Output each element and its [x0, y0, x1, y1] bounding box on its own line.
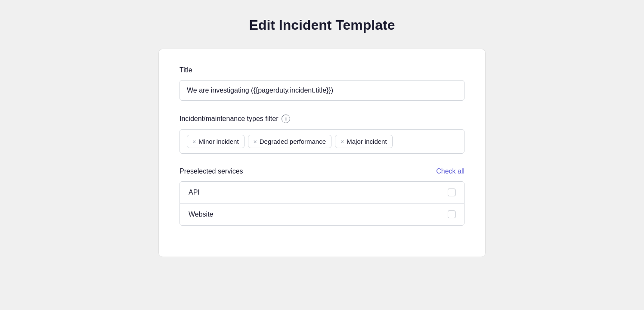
tag-remove-degraded[interactable]: × [254, 139, 257, 145]
filter-info-icon[interactable]: i [282, 115, 290, 123]
title-label: Title [180, 66, 464, 74]
tag-degraded-performance: × Degraded performance [248, 135, 331, 148]
services-list: API Website [180, 181, 464, 226]
service-checkbox-website[interactable] [448, 211, 455, 218]
title-input[interactable] [180, 80, 464, 101]
service-row-api: API [180, 182, 464, 204]
tag-label-degraded: Degraded performance [260, 138, 326, 145]
service-name-api: API [189, 189, 200, 196]
service-checkbox-api[interactable] [448, 189, 455, 196]
title-field-group: Title [180, 66, 464, 101]
service-name-website: Website [189, 211, 214, 218]
check-all-button[interactable]: Check all [436, 167, 464, 175]
services-label: Preselected services [180, 167, 243, 175]
tag-label-major: Major incident [347, 138, 387, 145]
services-header: Preselected services Check all [180, 167, 464, 175]
tag-minor-incident: × Minor incident [187, 135, 245, 148]
page-container: Edit Incident Template Title Incident/ma… [9, 17, 635, 257]
filter-label-row: Incident/maintenance types filter i [180, 115, 464, 123]
edit-form-card: Title Incident/maintenance types filter … [158, 49, 486, 257]
tag-remove-major[interactable]: × [341, 139, 344, 145]
filter-label-text: Incident/maintenance types filter [180, 115, 278, 123]
service-row-website: Website [180, 204, 464, 225]
tag-label-minor: Minor incident [198, 138, 238, 145]
tags-container: × Minor incident × Degraded performance … [180, 129, 464, 154]
tag-major-incident: × Major incident [335, 135, 393, 148]
page-title: Edit Incident Template [249, 17, 395, 33]
tag-remove-minor[interactable]: × [192, 139, 196, 145]
filter-field-group: Incident/maintenance types filter i × Mi… [180, 115, 464, 154]
services-field-group: Preselected services Check all API Websi… [180, 167, 464, 226]
